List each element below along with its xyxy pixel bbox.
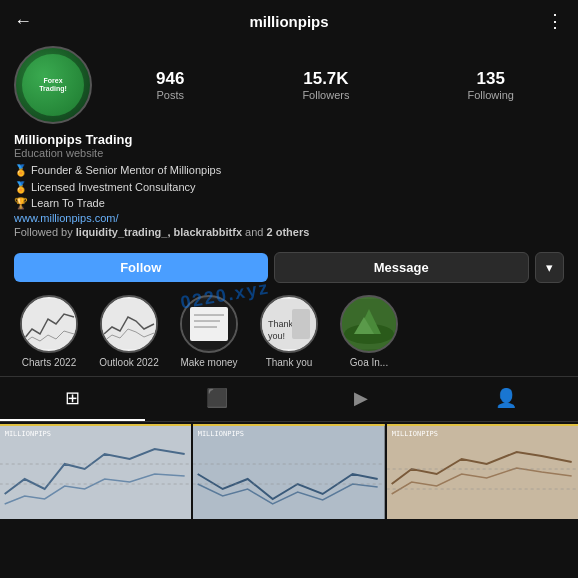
highlight-thankyou[interactable]: Thank you! Thank you xyxy=(254,295,324,368)
highlight-label-4: Thank you xyxy=(266,357,313,368)
following-label: Following xyxy=(467,89,513,101)
followers-count: 15.7K xyxy=(303,69,348,89)
bio-line-1: 🏅 Founder & Senior Mentor of Millionpips xyxy=(14,162,564,179)
person-icon: 👤 xyxy=(495,387,517,409)
svg-rect-3 xyxy=(190,307,228,341)
stats-row: 946 Posts 15.7K Followers 135 Following xyxy=(106,69,564,101)
highlight-label-5: Goa In... xyxy=(350,357,388,368)
tab-tagged[interactable]: 👤 xyxy=(434,377,579,421)
tab-grid[interactable]: ⊞ xyxy=(0,377,145,421)
message-button[interactable]: Message xyxy=(274,252,530,283)
grid-icon: ⊞ xyxy=(65,387,80,409)
bio-link[interactable]: www.millionpips.com/ xyxy=(14,212,564,224)
svg-text:MILLIONPIPS: MILLIONPIPS xyxy=(198,430,244,438)
avatar: ForexTrading! xyxy=(14,46,92,124)
dropdown-button[interactable]: ▾ xyxy=(535,252,564,283)
svg-text:MILLIONPIPS: MILLIONPIPS xyxy=(391,430,437,438)
bio-name: Millionpips Trading xyxy=(14,132,564,147)
highlight-label-3: Make money xyxy=(180,357,237,368)
svg-rect-22 xyxy=(193,424,384,426)
posts-label: Posts xyxy=(156,89,184,101)
grid-cell-1[interactable]: MILLIONPIPS xyxy=(0,424,191,519)
tab-reels[interactable]: ⬛ xyxy=(145,377,290,421)
svg-rect-1 xyxy=(102,299,156,349)
svg-rect-0 xyxy=(22,299,76,349)
highlight-makemoney[interactable]: Make money xyxy=(174,295,244,368)
bio-followed: Followed by liquidity_trading_, blackrab… xyxy=(14,226,564,238)
play-icon: ▶ xyxy=(354,387,368,409)
follow-button[interactable]: Follow xyxy=(14,253,268,282)
profile-username: millionpips xyxy=(249,13,328,30)
highlight-circle-3 xyxy=(180,295,238,353)
posts-grid: MILLIONPIPS MILLIONPIPS MI xyxy=(0,424,578,519)
highlight-outlook2022[interactable]: Outlook 2022 xyxy=(94,295,164,368)
highlight-circle-4: Thank you! xyxy=(260,295,318,353)
highlight-label-1: Charts 2022 xyxy=(22,357,76,368)
stat-followers: 15.7K Followers xyxy=(302,69,349,101)
highlight-circle-2 xyxy=(100,295,158,353)
following-count: 135 xyxy=(477,69,505,89)
svg-text:Thank: Thank xyxy=(268,319,294,329)
bio-section: Millionpips Trading Education website 🏅 … xyxy=(0,130,578,244)
followers-label: Followers xyxy=(302,89,349,101)
svg-rect-17 xyxy=(0,424,191,426)
svg-rect-10 xyxy=(292,309,310,339)
stat-posts: 946 Posts xyxy=(156,69,184,101)
grid-cell-3[interactable]: MILLIONPIPS xyxy=(387,424,578,519)
bio-line-2: 🏅 Licensed Investment Consultancy xyxy=(14,179,564,196)
phone-frame: ← millionpips ⋮ ForexTrading! 946 Posts … xyxy=(0,0,578,578)
svg-rect-25 xyxy=(387,424,578,519)
back-icon[interactable]: ← xyxy=(14,11,32,32)
svg-text:MILLIONPIPS: MILLIONPIPS xyxy=(5,430,51,438)
tab-bar: ⊞ ⬛ ▶ 👤 xyxy=(0,376,578,422)
profile-section: ForexTrading! 946 Posts 15.7K Followers … xyxy=(0,38,578,130)
stat-following: 135 Following xyxy=(467,69,513,101)
posts-count: 946 xyxy=(156,69,184,89)
highlight-circle-1 xyxy=(20,295,78,353)
svg-text:you!: you! xyxy=(268,331,285,341)
reels-icon: ⬛ xyxy=(206,387,228,409)
grid-cell-2[interactable]: MILLIONPIPS xyxy=(193,424,384,519)
highlight-goain[interactable]: Goa In... xyxy=(334,295,404,368)
highlight-label-2: Outlook 2022 xyxy=(99,357,159,368)
tab-video[interactable]: ▶ xyxy=(289,377,434,421)
story-highlights: Charts 2022 Outlook 2022 xyxy=(0,291,578,376)
avatar-inner: ForexTrading! xyxy=(22,54,84,116)
bio-line-3: 🏆 Learn To Trade xyxy=(14,195,564,212)
highlight-circle-5 xyxy=(340,295,398,353)
svg-rect-15 xyxy=(0,424,191,519)
svg-rect-20 xyxy=(193,424,384,519)
action-buttons: Follow Message ▾ xyxy=(0,244,578,291)
bio-category: Education website xyxy=(14,147,564,159)
more-icon[interactable]: ⋮ xyxy=(546,10,564,32)
highlight-charts2022[interactable]: Charts 2022 xyxy=(14,295,84,368)
svg-rect-27 xyxy=(387,424,578,426)
avatar-text: ForexTrading! xyxy=(39,77,67,94)
header: ← millionpips ⋮ xyxy=(0,0,578,38)
